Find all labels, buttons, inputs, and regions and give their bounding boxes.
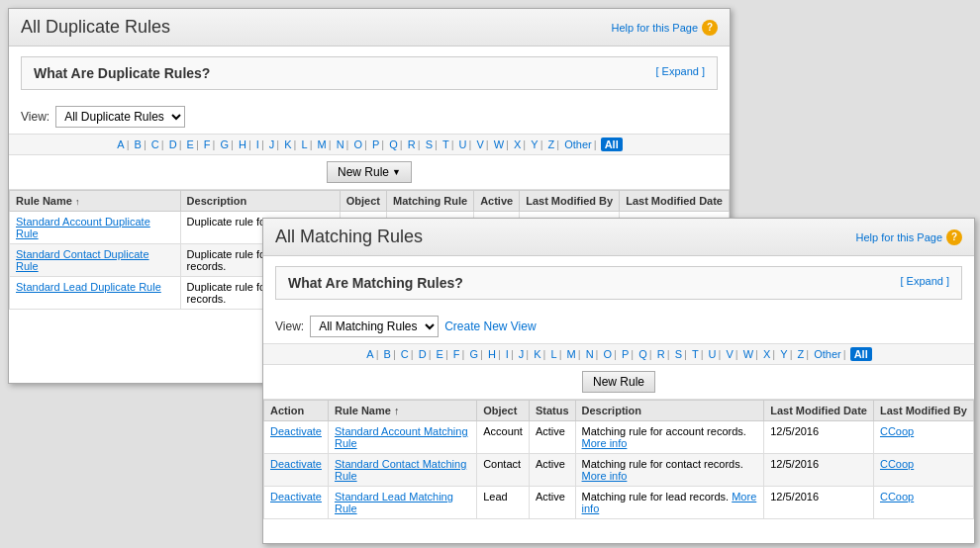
matching-view-bar: View: All Matching Rules Create New View [263, 310, 974, 343]
alpha-y-dup[interactable]: Y [531, 138, 538, 150]
alpha-x-mat[interactable]: X [763, 348, 770, 360]
alpha-p-dup[interactable]: P [372, 138, 379, 150]
alpha-other-mat[interactable]: Other [814, 348, 841, 360]
alpha-v-mat[interactable]: V [726, 348, 733, 360]
alpha-o-dup[interactable]: O [354, 138, 363, 150]
alpha-u-dup[interactable]: U [459, 138, 467, 150]
create-new-view-link[interactable]: Create New View [444, 320, 536, 333]
matching-view-select[interactable]: All Matching Rules [310, 316, 439, 337]
more-info-account-mat[interactable]: More info [582, 437, 628, 449]
alpha-l-dup[interactable]: L [302, 138, 308, 150]
matching-new-rule-btn[interactable]: New Rule [582, 371, 655, 393]
alpha-k-dup[interactable]: K [284, 138, 291, 150]
alpha-m-dup[interactable]: M [318, 138, 327, 150]
alpha-e-dup[interactable]: E [187, 138, 194, 150]
alpha-i-dup[interactable]: I [256, 138, 259, 150]
alpha-s-dup[interactable]: S [426, 138, 433, 150]
alpha-r-mat[interactable]: R [657, 348, 665, 360]
alpha-c-mat[interactable]: C [401, 348, 409, 360]
matching-panel-title: All Matching Rules [275, 227, 423, 247]
table-row: Deactivate Standard Contact Matching Rul… [264, 454, 974, 487]
alpha-n-dup[interactable]: N [337, 138, 344, 150]
duplicate-panel-title: All Duplicate Rules [21, 17, 170, 38]
alpha-y-mat[interactable]: Y [780, 348, 787, 360]
rule-link-account-dup[interactable]: Standard Account Duplicate Rule [16, 216, 150, 239]
alpha-i-mat[interactable]: I [506, 348, 509, 360]
col-status-mat: Status [529, 401, 575, 421]
deactivate-lead-mat[interactable]: Deactivate [270, 491, 322, 502]
alpha-g-dup[interactable]: G [220, 138, 229, 150]
rule-link-lead-dup[interactable]: Standard Lead Duplicate Rule [16, 281, 161, 293]
matching-expand-link[interactable]: [ Expand ] [900, 275, 949, 287]
lmb-account-mat[interactable]: CCoop [880, 425, 914, 437]
alpha-j-dup[interactable]: J [269, 138, 275, 150]
alpha-z-dup[interactable]: Z [548, 138, 555, 150]
help-icon-duplicate: ? [702, 20, 718, 36]
col-last-modified-by-dup: Last Modified By [520, 191, 620, 212]
lmd-contact-mat: 12/5/2016 [764, 454, 874, 487]
alpha-d-mat[interactable]: D [419, 348, 427, 360]
duplicate-section-box: What Are Duplicate Rules? [ Expand ] [21, 56, 718, 90]
alpha-c-dup[interactable]: C [151, 138, 159, 150]
alpha-s-mat[interactable]: S [675, 348, 682, 360]
alpha-other-dup[interactable]: Other [564, 138, 592, 150]
alpha-all-mat[interactable]: All [850, 347, 872, 361]
alpha-all-dup[interactable]: All [601, 137, 623, 151]
alpha-q-mat[interactable]: Q [638, 348, 647, 360]
alpha-u-mat[interactable]: U [709, 348, 717, 360]
col-rule-name-mat[interactable]: Rule Name ↑ [328, 401, 476, 421]
col-active-dup: Active [474, 191, 520, 212]
alpha-l-mat[interactable]: L [551, 348, 557, 360]
duplicate-view-select[interactable]: All Duplicate Rules [55, 106, 185, 128]
duplicate-section-title: What Are Duplicate Rules? [34, 65, 210, 81]
alpha-f-mat[interactable]: F [453, 348, 460, 360]
alpha-o-mat[interactable]: O [604, 348, 613, 360]
alpha-j-mat[interactable]: J [519, 348, 525, 360]
alpha-r-dup[interactable]: R [408, 138, 416, 150]
alpha-t-dup[interactable]: T [442, 138, 449, 150]
duplicate-expand-link[interactable]: [ Expand ] [655, 65, 705, 77]
lmb-lead-mat[interactable]: CCoop [880, 491, 914, 502]
obj-contact-mat: Contact [477, 454, 530, 487]
alpha-h-dup[interactable]: H [239, 138, 246, 150]
rule-link-contact-dup[interactable]: Standard Contact Duplicate Rule [16, 248, 149, 272]
matching-help-link[interactable]: Help for this Page ? [856, 229, 962, 245]
lmd-account-mat: 12/5/2016 [764, 421, 874, 454]
status-account-mat: Active [529, 421, 575, 454]
desc-lead-mat: Matching rule for lead records. More inf… [575, 487, 764, 519]
alpha-a-dup[interactable]: A [117, 138, 124, 150]
rule-link-contact-mat[interactable]: Standard Contact Matching Rule [335, 458, 466, 482]
duplicate-new-rule-btn[interactable]: New Rule ▼ [327, 161, 412, 183]
alpha-w-dup[interactable]: W [494, 138, 504, 150]
alpha-t-mat[interactable]: T [692, 348, 699, 360]
alpha-p-mat[interactable]: P [622, 348, 629, 360]
alpha-e-mat[interactable]: E [437, 348, 443, 360]
col-object-dup: Object [340, 191, 386, 212]
col-rule-name-dup[interactable]: Rule Name [10, 191, 181, 212]
help-text-duplicate: Help for this Page [612, 22, 698, 34]
alpha-x-dup[interactable]: X [514, 138, 521, 150]
alpha-d-dup[interactable]: D [169, 138, 177, 150]
lmb-contact-mat[interactable]: CCoop [880, 458, 914, 470]
duplicate-help-link[interactable]: Help for this Page ? [612, 20, 718, 36]
alpha-q-dup[interactable]: Q [389, 138, 398, 150]
rule-link-lead-mat[interactable]: Standard Lead Matching Rule [335, 491, 453, 514]
more-info-lead-mat[interactable]: More info [582, 491, 757, 514]
duplicate-panel-header: All Duplicate Rules Help for this Page ? [9, 9, 730, 46]
alpha-a-mat[interactable]: A [366, 348, 373, 360]
alpha-h-mat[interactable]: H [488, 348, 496, 360]
alpha-w-mat[interactable]: W [743, 348, 753, 360]
alpha-g-mat[interactable]: G [469, 348, 478, 360]
alpha-b-mat[interactable]: B [384, 348, 391, 360]
alpha-v-dup[interactable]: V [476, 138, 483, 150]
more-info-contact-mat[interactable]: More info [582, 470, 628, 482]
alpha-f-dup[interactable]: F [204, 138, 211, 150]
rule-link-account-mat[interactable]: Standard Account Matching Rule [335, 425, 468, 449]
deactivate-account-mat[interactable]: Deactivate [270, 425, 322, 437]
alpha-n-mat[interactable]: N [586, 348, 594, 360]
alpha-z-mat[interactable]: Z [798, 348, 805, 360]
alpha-m-mat[interactable]: M [567, 348, 576, 360]
alpha-k-mat[interactable]: K [534, 348, 540, 360]
alpha-b-dup[interactable]: B [135, 138, 142, 150]
deactivate-contact-mat[interactable]: Deactivate [270, 458, 322, 470]
